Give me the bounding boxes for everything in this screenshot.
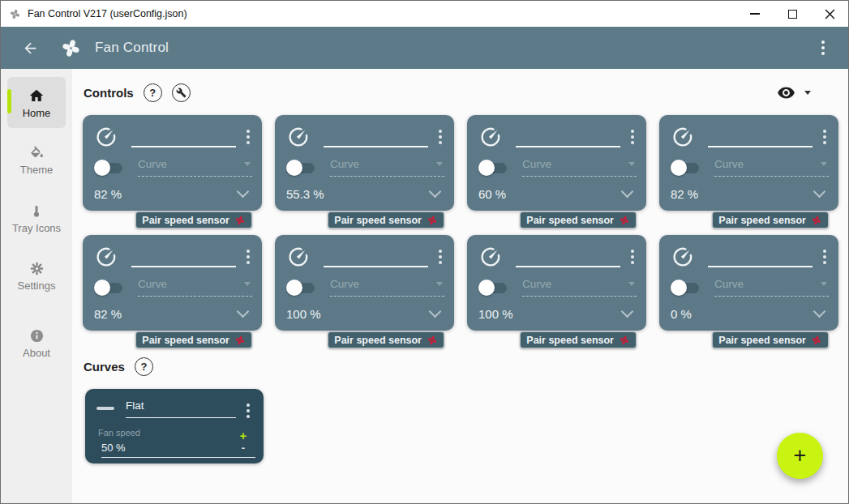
fan-enable-toggle[interactable] [286,160,317,176]
curve-placeholder: Curve [330,158,359,170]
red-fan-icon [427,215,438,226]
expand-chevron-icon[interactable] [813,305,826,318]
curve-select[interactable]: Curve [138,278,252,297]
curve-placeholder: Curve [138,158,167,170]
close-button[interactable] [811,1,848,27]
fan-percent: 0 % [671,307,692,321]
fan-enable-toggle[interactable] [671,280,701,296]
gauge-icon [94,125,118,149]
fan-name-field[interactable] [516,125,620,147]
expand-chevron-icon[interactable] [237,186,250,199]
expand-chevron-icon[interactable] [621,186,634,199]
curve-card: Flat Fan speed 50 % + - [85,389,264,463]
curves-title: Curves [84,360,125,374]
fan-name-field[interactable] [324,245,428,267]
toggle-knob [94,280,110,296]
dropdown-caret-icon [821,162,827,166]
curve-select[interactable]: Curve [522,158,637,177]
curve-card-menu-button[interactable] [244,401,252,421]
red-fan-icon [234,335,246,346]
fan-card-menu-button[interactable] [821,127,829,147]
fan-name-field[interactable] [708,125,813,147]
fan-logo-icon [60,37,82,59]
pair-speed-sensor-badge[interactable]: Pair speed sensor [520,331,637,348]
controls-help-button[interactable]: ? [144,83,162,102]
pair-speed-sensor-badge[interactable]: Pair speed sensor [135,331,252,348]
fan-enable-toggle[interactable] [671,160,701,176]
expand-chevron-icon[interactable] [237,305,250,318]
fan-name-field[interactable] [708,245,813,267]
pair-speed-sensor-badge[interactable]: Pair speed sensor [328,331,444,348]
fan-speed-value[interactable]: 50 % [101,442,255,458]
visibility-dropdown[interactable] [777,83,811,102]
curve-select[interactable]: Curve [330,158,444,177]
fan-enable-toggle[interactable] [478,280,509,296]
controls-title: Controls [84,86,134,100]
curve-placeholder: Curve [522,158,551,170]
pair-speed-sensor-badge[interactable]: Pair speed sensor [712,331,829,348]
add-button[interactable]: + [777,433,823,479]
fan-card-menu-button[interactable] [244,127,252,147]
expand-chevron-icon[interactable] [813,186,826,199]
dropdown-caret-icon [628,282,635,286]
fan-card-menu-button[interactable] [628,127,637,147]
pair-badge-label: Pair speed sensor [142,215,229,226]
fan-enable-toggle[interactable] [478,160,509,176]
window-title: Fan Control V217 (userConfig.json) [28,8,187,19]
fan-name-field[interactable] [324,125,428,147]
maximize-button[interactable] [774,1,811,27]
increment-button[interactable]: + [240,429,247,442]
fan-enable-toggle[interactable] [94,160,125,176]
fan-card-menu-button[interactable] [244,247,252,267]
curves-header: Curves ? [84,357,838,376]
curve-select[interactable]: Curve [330,278,444,297]
question-mark-icon: ? [140,361,147,373]
minimize-icon [750,13,760,14]
curve-name-field[interactable]: Flat [126,399,236,418]
fan-card-menu-button[interactable] [628,247,637,267]
fan-card: Curve 55.3 % Pair speed sensor [275,115,454,211]
pair-speed-sensor-badge[interactable]: Pair speed sensor [135,211,252,229]
sidebar-item-settings[interactable]: Settings [11,260,62,293]
red-fan-icon [619,215,630,226]
sidebar-item-about[interactable]: About [11,327,62,360]
back-arrow-icon [22,40,39,57]
sidebar-item-home[interactable]: Home [7,77,66,128]
pair-speed-sensor-badge[interactable]: Pair speed sensor [712,211,829,229]
sidebar-item-label: Theme [11,164,62,177]
sidebar-item-theme[interactable]: Theme [11,144,62,177]
pair-speed-sensor-badge[interactable]: Pair speed sensor [328,211,444,229]
pair-badge-label: Pair speed sensor [334,335,422,346]
fan-name-field[interactable] [131,245,236,267]
curve-select[interactable]: Curve [714,158,829,177]
fan-percent: 82 % [94,307,122,321]
fan-card-menu-button[interactable] [821,247,829,267]
decrement-button[interactable]: - [242,442,245,453]
fan-name-field[interactable] [516,245,620,267]
curves-help-button[interactable]: ? [135,357,153,376]
expand-chevron-icon[interactable] [429,186,442,199]
curve-select[interactable]: Curve [714,278,829,297]
back-button[interactable] [22,40,39,57]
fan-enable-toggle[interactable] [286,280,317,296]
fan-card: Curve 100 % Pair speed sensor [275,235,454,331]
thermometer-icon [28,203,45,220]
sidebar-item-tray-icons[interactable]: Tray Icons [11,203,62,235]
fan-card-menu-button[interactable] [436,247,444,267]
fan-enable-toggle[interactable] [94,280,125,296]
expand-chevron-icon[interactable] [621,305,634,318]
expand-chevron-icon[interactable] [429,305,442,318]
minimize-button[interactable] [736,1,774,27]
pair-speed-sensor-badge[interactable]: Pair speed sensor [520,211,637,229]
red-fan-icon [811,335,822,346]
fan-card: Curve 60 % Pair speed sensor [467,115,646,211]
dropdown-caret-icon [436,282,443,286]
controls-edit-button[interactable] [172,83,191,102]
curve-select[interactable]: Curve [138,158,252,177]
curve-placeholder: Curve [330,278,359,290]
curve-select[interactable]: Curve [522,278,637,297]
fan-card-menu-button[interactable] [436,127,444,147]
curve-placeholder: Curve [714,158,744,170]
appbar-menu-button[interactable] [819,38,827,58]
fan-name-field[interactable] [131,125,236,147]
